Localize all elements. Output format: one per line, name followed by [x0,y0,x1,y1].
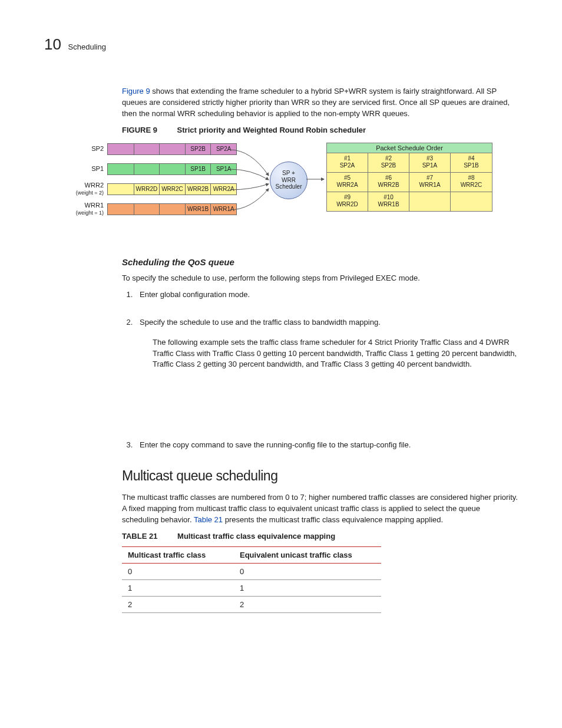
queue-cell [108,144,134,154]
queue-row: SP1SP1BSP1A [72,163,237,176]
queue-label: WRR1(weight = 1) [72,202,107,216]
scheduler-line1: SP + [270,170,307,177]
queue-cell: SP1B [185,164,211,174]
queue-cell [159,164,185,174]
step-text: Enter global configuration mode. [140,290,250,299]
table-label: TABLE 21 [122,532,157,541]
queue-cell [134,204,160,215]
multicast-after: presents the multicast traffic class equ… [223,515,443,524]
step-text: Specify the schedule to use and the traf… [140,318,381,327]
table-cell: 1 [234,580,381,597]
queue-cell [108,184,134,195]
scheduler-node: SP + WRR Scheduler [270,162,308,199]
order-cell: #1SP2A [327,153,368,173]
queue-label: SP1 [72,166,107,173]
table-row: 11 [122,580,381,597]
figure-caption-line: FIGURE 9 Strict priority and Weighted Ro… [122,126,518,134]
intro-para: Figure 9 shows that extending the frame … [122,86,518,120]
queue-cell: SP2B [185,144,211,154]
queue-row: WRR2(weight = 2)WRR2DWRR2CWRR2BWRR2A [72,183,237,196]
queue-bar: SP2BSP2A [107,143,237,155]
queue-cell: WRR2B [185,184,211,195]
qos-step-1: Enter global configuration mode. [135,289,518,300]
queue-label: WRR2(weight = 2) [72,182,107,196]
table-cell: 0 [234,564,381,580]
order-cell: #10WRR1B [368,192,409,211]
queue-cell [159,144,185,154]
queue-cell: WRR2C [159,184,185,195]
queue-bar: WRR2DWRR2CWRR2BWRR2A [107,183,237,195]
multicast-heading: Multicast queue scheduling [122,468,518,484]
packet-schedule-order: Packet Schedule Order #1SP2A#2SP2B#3SP1A… [326,143,492,212]
table-col-1: Multicast traffic class [122,547,234,564]
order-cell: #4SP1B [451,153,492,173]
order-cell: #9WRR2D [327,192,368,211]
multicast-para: The multicast traffic classes are number… [122,492,518,526]
table-col-2: Equivalent unicast traffic class [234,547,381,564]
queue-cell [108,204,134,215]
queue-cell: WRR1B [185,204,211,215]
figure-label: FIGURE 9 [122,126,157,134]
queue-bar: SP1BSP1A [107,163,237,175]
order-cell: #6WRR2B [368,173,409,192]
chapter-number: 10 [44,35,61,53]
table-caption-line: TABLE 21 Multicast traffic class equival… [122,532,518,541]
queue-cell [159,204,185,215]
arrow-right-icon [306,174,326,184]
qos-steps: Enter global configuration mode. Specify… [122,289,518,450]
table-row: 00 [122,564,381,580]
order-cell [451,192,492,211]
queue-cell [134,144,160,154]
table-cell: 2 [234,597,381,613]
queue-label: SP2 [72,146,107,153]
order-cell [409,192,451,211]
qos-example: The following example sets the traffic c… [153,337,518,371]
intro-text: shows that extending the frame scheduler… [122,87,510,118]
figure-caption: Strict priority and Weighted Round Robin… [177,126,366,134]
scheduler-line2: WRR [270,177,307,184]
table-21-link[interactable]: Table 21 [194,515,223,524]
order-cell: #2SP2B [368,153,409,173]
queue-stack: SP2SP2BSP2ASP1SP1BSP1AWRR2(weight = 2)WR… [72,143,237,223]
figure-9-link[interactable]: Figure 9 [122,87,150,95]
queue-row: SP2SP2BSP2A [72,143,237,156]
queue-bar: WRR1BWRR1A [107,203,237,215]
table-row: 22 [122,597,381,613]
queue-row: WRR1(weight = 1)WRR1BWRR1A [72,203,237,216]
order-cell: #5WRR2A [327,173,368,192]
figure-9: SP2SP2BSP2ASP1SP1BSP1AWRR2(weight = 2)WR… [72,139,518,245]
queue-cell [108,164,134,174]
qos-step-2: Specify the schedule to use and the traf… [135,317,518,424]
table-cell: 1 [122,580,234,597]
table-cell: 0 [122,564,234,580]
step-text: Enter the copy command to save the runni… [140,440,411,449]
page-header: 10 Scheduling [44,35,518,54]
queue-cell [134,164,160,174]
table-cell: 2 [122,597,234,613]
order-cell: #7WRR1A [409,173,451,192]
scheduler-line3: Scheduler [270,183,307,190]
table-caption: Multicast traffic class equivalence mapp… [177,532,335,541]
qos-step-3: Enter the copy command to save the runni… [135,440,518,450]
qos-heading: Scheduling the QoS queue [122,257,518,267]
multicast-table: Multicast traffic class Equivalent unica… [122,546,381,613]
order-cell: #3SP1A [409,153,451,173]
order-cell: #8WRR2C [451,173,492,192]
order-title: Packet Schedule Order [327,143,492,153]
qos-intro: To specify the schedule to use, perform … [122,273,518,284]
chapter-title: Scheduling [68,42,106,51]
arrows-icon [227,141,275,230]
queue-cell: WRR2D [134,184,160,195]
